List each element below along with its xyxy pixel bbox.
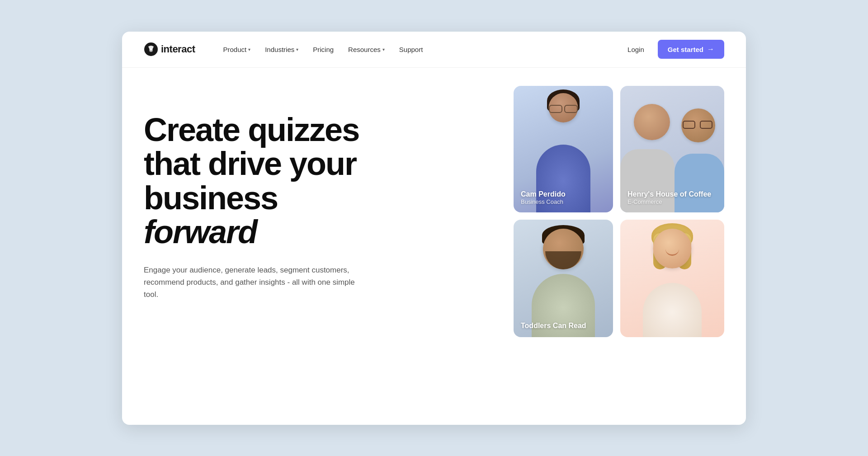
card-label: Cam Perdido Business Coach: [521, 190, 566, 205]
logo[interactable]: interact: [144, 42, 195, 56]
avatar-body: [643, 283, 702, 337]
avatar-beard: [545, 251, 581, 269]
industries-chevron-icon: ▾: [296, 47, 298, 52]
nav-actions: Login Get started →: [621, 40, 724, 59]
hero-section: Create quizzes that drive your business …: [122, 68, 746, 425]
nav-pricing[interactable]: Pricing: [307, 42, 340, 57]
avatar-face1: [634, 104, 670, 140]
card-henrys-house[interactable]: Henry's House of Coffee E-Commerce: [620, 86, 724, 212]
browser-frame: interact Product ▾ Industries ▾ Pricing …: [122, 32, 746, 425]
card-toddlers[interactable]: Toddlers Can Read: [514, 220, 613, 337]
get-started-button[interactable]: Get started →: [658, 40, 724, 59]
nav-links: Product ▾ Industries ▾ Pricing Resources…: [217, 42, 621, 57]
hero-title: Create quizzes that drive your business …: [144, 113, 424, 249]
card-label: Henry's House of Coffee E-Commerce: [627, 190, 711, 205]
logo-icon: [144, 42, 158, 56]
hero-subtitle: Engage your audience, generate leads, se…: [144, 264, 361, 301]
hero-cards: Cam Perdido Business Coach Henry's House…: [514, 86, 724, 337]
svg-point-1: [149, 48, 153, 52]
product-chevron-icon: ▾: [248, 47, 250, 52]
nav-resources[interactable]: Resources ▾: [342, 42, 391, 57]
login-button[interactable]: Login: [621, 42, 651, 57]
avatar-glasses: [548, 105, 579, 113]
navbar: interact Product ▾ Industries ▾ Pricing …: [122, 32, 746, 68]
avatar-glasses: [682, 121, 713, 128]
card-label: Toddlers Can Read: [521, 322, 586, 330]
nav-industries[interactable]: Industries ▾: [259, 42, 305, 57]
card-cam-perdido[interactable]: Cam Perdido Business Coach: [514, 86, 613, 212]
card-woman[interactable]: [620, 220, 724, 337]
nav-support[interactable]: Support: [393, 42, 429, 57]
nav-product[interactable]: Product ▾: [217, 42, 257, 57]
hero-content: Create quizzes that drive your business …: [144, 95, 424, 425]
resources-chevron-icon: ▾: [382, 47, 385, 52]
brand-name: interact: [161, 43, 195, 55]
arrow-icon: →: [707, 45, 714, 53]
